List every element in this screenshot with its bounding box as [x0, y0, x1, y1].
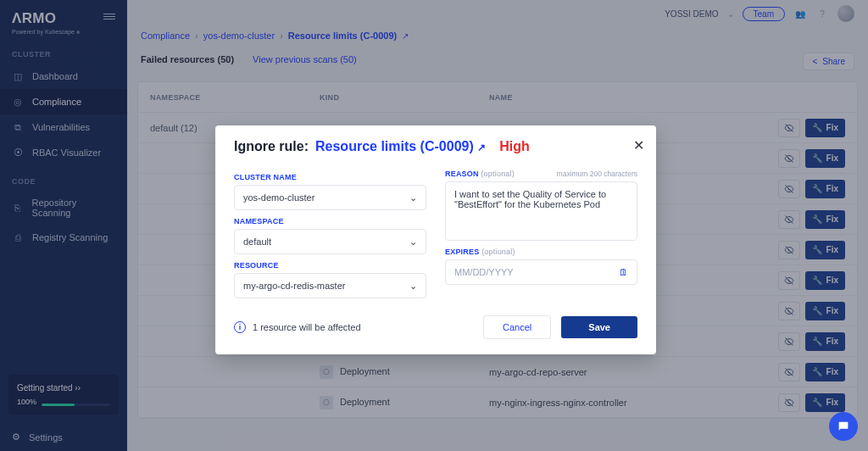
info-message: i 1 resource will be affected — [234, 321, 361, 333]
close-icon[interactable]: ✕ — [633, 137, 644, 153]
external-link-icon: ↗ — [477, 142, 486, 153]
control-link[interactable]: Resource limits (C-0009) ↗ — [315, 139, 486, 154]
resource-label: RESOURCE — [234, 261, 426, 270]
expires-label: EXPIRES (optional) — [445, 248, 637, 256]
save-button[interactable]: Save — [561, 316, 637, 338]
cluster-select[interactable]: yos-demo-cluster ⌄ — [234, 185, 426, 210]
reason-label: REASON (optional) — [445, 170, 515, 178]
cluster-name-label: CLUSTER NAME — [234, 173, 426, 181]
cancel-button[interactable]: Cancel — [483, 315, 551, 339]
chat-widget[interactable] — [829, 412, 858, 441]
ignore-rule-modal: ✕ Ignore rule: Resource limits (C-0009) … — [215, 125, 656, 354]
resource-select[interactable]: my-argo-cd-redis-master ⌄ — [234, 273, 426, 298]
reason-input[interactable] — [445, 181, 637, 241]
namespace-select[interactable]: default ⌄ — [234, 229, 426, 254]
calendar-icon: 🗓 — [619, 267, 628, 277]
severity-badge: High — [499, 139, 530, 154]
chevron-down-icon: ⌄ — [409, 192, 417, 203]
modal-title: Ignore rule: Resource limits (C-0009) ↗ … — [234, 139, 637, 154]
info-icon: i — [234, 321, 246, 333]
expires-input[interactable]: MM/DD/YYYY 🗓 — [445, 259, 637, 285]
max-chars: maximum 200 characters — [557, 170, 637, 178]
chevron-down-icon: ⌄ — [409, 237, 417, 248]
namespace-label: NAMESPACE — [234, 217, 426, 226]
chevron-down-icon: ⌄ — [409, 281, 417, 292]
